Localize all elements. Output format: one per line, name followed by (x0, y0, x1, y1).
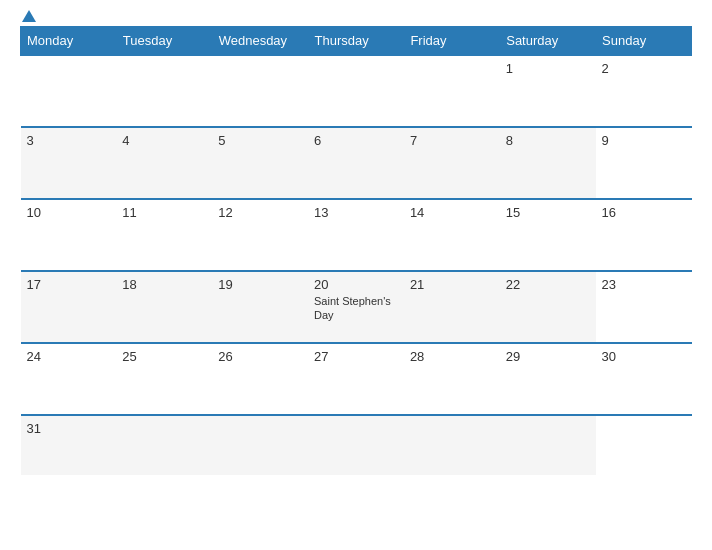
calendar-cell: 5 (212, 127, 308, 199)
day-number: 26 (218, 349, 302, 364)
calendar-cell (116, 55, 212, 127)
calendar-cell: 3 (21, 127, 117, 199)
calendar-cell: 19 (212, 271, 308, 343)
calendar-cell: 7 (404, 127, 500, 199)
calendar-cell: 13 (308, 199, 404, 271)
calendar-cell: 17 (21, 271, 117, 343)
calendar-cell: 25 (116, 343, 212, 415)
day-header-friday: Friday (404, 27, 500, 56)
day-number: 27 (314, 349, 398, 364)
day-number: 20 (314, 277, 398, 292)
day-number: 25 (122, 349, 206, 364)
week-row-2: 3456789 (21, 127, 692, 199)
day-number: 31 (27, 421, 111, 436)
calendar-cell: 27 (308, 343, 404, 415)
calendar-cell (404, 55, 500, 127)
day-number: 4 (122, 133, 206, 148)
day-number: 21 (410, 277, 494, 292)
day-header-monday: Monday (21, 27, 117, 56)
day-number: 8 (506, 133, 590, 148)
day-header-wednesday: Wednesday (212, 27, 308, 56)
day-header-tuesday: Tuesday (116, 27, 212, 56)
day-number: 5 (218, 133, 302, 148)
day-header-saturday: Saturday (500, 27, 596, 56)
day-number: 6 (314, 133, 398, 148)
day-number: 16 (602, 205, 686, 220)
day-number: 30 (602, 349, 686, 364)
calendar-cell: 9 (596, 127, 692, 199)
calendar-cell: 2 (596, 55, 692, 127)
calendar-cell: 11 (116, 199, 212, 271)
day-number: 17 (27, 277, 111, 292)
day-number: 28 (410, 349, 494, 364)
calendar-container: MondayTuesdayWednesdayThursdayFridaySatu… (0, 0, 712, 550)
event-label: Saint Stephen's Day (314, 294, 398, 323)
day-header-thursday: Thursday (308, 27, 404, 56)
days-header-row: MondayTuesdayWednesdayThursdayFridaySatu… (21, 27, 692, 56)
calendar-cell: 6 (308, 127, 404, 199)
calendar-cell: 26 (212, 343, 308, 415)
calendar-cell (21, 55, 117, 127)
calendar-cell: 31 (21, 415, 117, 475)
day-number: 23 (602, 277, 686, 292)
day-number: 13 (314, 205, 398, 220)
calendar-cell: 21 (404, 271, 500, 343)
calendar-cell (212, 55, 308, 127)
day-number: 18 (122, 277, 206, 292)
calendar-cell (212, 415, 308, 475)
week-row-3: 10111213141516 (21, 199, 692, 271)
calendar-cell (404, 415, 500, 475)
day-number: 3 (27, 133, 111, 148)
week-row-5: 24252627282930 (21, 343, 692, 415)
day-number: 10 (27, 205, 111, 220)
day-number: 22 (506, 277, 590, 292)
week-row-1: 12 (21, 55, 692, 127)
calendar-cell: 22 (500, 271, 596, 343)
calendar-cell: 30 (596, 343, 692, 415)
calendar-cell: 1 (500, 55, 596, 127)
calendar-cell (596, 415, 692, 475)
calendar-cell: 29 (500, 343, 596, 415)
calendar-cell (308, 55, 404, 127)
calendar-cell: 10 (21, 199, 117, 271)
day-number: 9 (602, 133, 686, 148)
day-number: 24 (27, 349, 111, 364)
calendar-cell: 23 (596, 271, 692, 343)
logo-triangle-icon (22, 10, 36, 22)
calendar-cell (500, 415, 596, 475)
calendar-header (20, 10, 692, 18)
calendar-table: MondayTuesdayWednesdayThursdayFridaySatu… (20, 26, 692, 475)
calendar-cell: 8 (500, 127, 596, 199)
calendar-cell: 24 (21, 343, 117, 415)
calendar-cell (116, 415, 212, 475)
calendar-cell: 15 (500, 199, 596, 271)
calendar-cell: 18 (116, 271, 212, 343)
day-number: 12 (218, 205, 302, 220)
day-number: 29 (506, 349, 590, 364)
day-number: 2 (602, 61, 686, 76)
day-number: 11 (122, 205, 206, 220)
day-number: 15 (506, 205, 590, 220)
calendar-cell: 4 (116, 127, 212, 199)
calendar-cell (308, 415, 404, 475)
week-row-4: 17181920Saint Stephen's Day212223 (21, 271, 692, 343)
calendar-cell: 16 (596, 199, 692, 271)
logo (20, 10, 36, 22)
calendar-cell: 14 (404, 199, 500, 271)
day-number: 1 (506, 61, 590, 76)
day-number: 7 (410, 133, 494, 148)
day-number: 19 (218, 277, 302, 292)
calendar-cell: 20Saint Stephen's Day (308, 271, 404, 343)
day-number: 14 (410, 205, 494, 220)
calendar-cell: 12 (212, 199, 308, 271)
calendar-cell: 28 (404, 343, 500, 415)
day-header-sunday: Sunday (596, 27, 692, 56)
week-row-6: 31 (21, 415, 692, 475)
